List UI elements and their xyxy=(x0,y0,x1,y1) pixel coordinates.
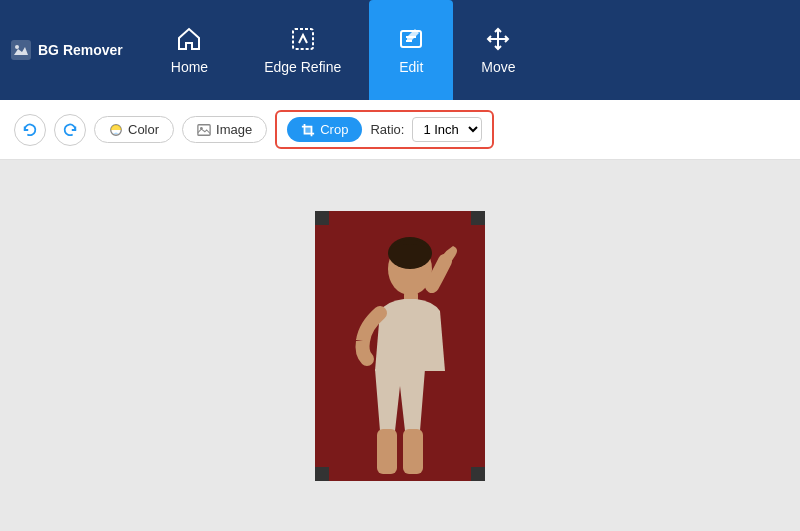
crop-corner-br xyxy=(471,467,485,481)
home-icon xyxy=(175,25,203,53)
tab-move-label: Move xyxy=(481,59,515,75)
ratio-label: Ratio: xyxy=(370,122,404,137)
crop-corner-tr xyxy=(471,211,485,225)
crop-ratio-group: Crop Ratio: 1 Inch 2x3 3x4 4x5 Free xyxy=(275,110,494,149)
tab-edge-refine[interactable]: Edge Refine xyxy=(236,0,369,100)
app-logo: BG Remover xyxy=(10,39,123,61)
move-icon xyxy=(484,25,512,53)
tab-edge-refine-label: Edge Refine xyxy=(264,59,341,75)
svg-point-1 xyxy=(15,45,19,49)
image-button[interactable]: Image xyxy=(182,116,267,143)
nav-tabs: Home Edge Refine Edit xyxy=(143,0,790,100)
svg-rect-12 xyxy=(403,429,423,474)
redo-button[interactable] xyxy=(54,114,86,146)
crop-corner-bl xyxy=(315,467,329,481)
color-button[interactable]: Color xyxy=(94,116,174,143)
svg-rect-7 xyxy=(305,126,312,133)
svg-rect-11 xyxy=(377,429,397,474)
canvas-area xyxy=(0,160,800,531)
undo-button[interactable] xyxy=(14,114,46,146)
tab-home[interactable]: Home xyxy=(143,0,236,100)
crop-corner-tl xyxy=(315,211,329,225)
color-label: Color xyxy=(128,122,159,137)
crop-icon xyxy=(301,123,315,137)
toolbar: Color Image Crop Ratio: 1 Inch 2x3 3x4 xyxy=(0,100,800,160)
photo-background xyxy=(315,211,485,481)
tab-move[interactable]: Move xyxy=(453,0,543,100)
svg-rect-0 xyxy=(11,40,31,60)
tab-edit-label: Edit xyxy=(399,59,423,75)
svg-rect-5 xyxy=(198,124,210,135)
image-label: Image xyxy=(216,122,252,137)
svg-rect-2 xyxy=(293,29,313,49)
crop-label: Crop xyxy=(320,122,348,137)
image-container xyxy=(315,211,485,481)
logo-icon xyxy=(10,39,32,61)
person-figure xyxy=(315,211,485,481)
app-title: BG Remover xyxy=(38,42,123,58)
tab-edit[interactable]: Edit xyxy=(369,0,453,100)
image-icon xyxy=(197,123,211,137)
ratio-select[interactable]: 1 Inch 2x3 3x4 4x5 Free xyxy=(412,117,482,142)
crop-button[interactable]: Crop xyxy=(287,117,362,142)
tab-home-label: Home xyxy=(171,59,208,75)
edit-icon xyxy=(397,25,425,53)
edge-refine-icon xyxy=(289,25,317,53)
header: BG Remover Home Edge Refine xyxy=(0,0,800,100)
color-icon xyxy=(109,123,123,137)
